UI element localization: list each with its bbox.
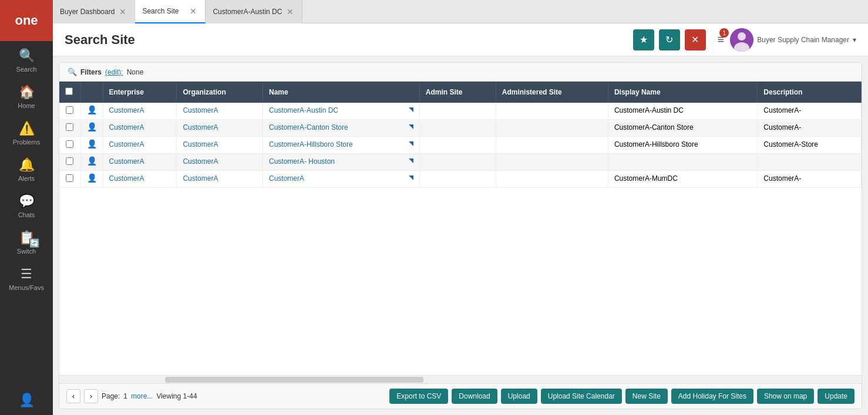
footer-buttons: Export to CSV Download Upload Upload Sit…	[389, 389, 854, 404]
corner-indicator	[409, 141, 413, 146]
filters-label: Filters	[80, 68, 102, 76]
cell-display-name: CustomerA-Canton Store	[608, 120, 757, 137]
organization-link[interactable]: CustomerA	[183, 123, 218, 131]
person-icon: 👤	[87, 105, 97, 114]
sidebar-item-search[interactable]: 🔍 Search	[0, 41, 53, 77]
upload-site-calendar-button[interactable]: Upload Site Calendar	[541, 389, 622, 404]
star-button[interactable]: ★	[633, 29, 654, 50]
cell-name: CustomerA- Houston	[263, 154, 419, 171]
filter-value: None	[127, 68, 144, 76]
row-checkbox[interactable]	[66, 157, 73, 165]
sidebar-item-home[interactable]: 🏠 Home	[0, 77, 53, 114]
close-customer-austin-tab[interactable]: ✕	[285, 7, 295, 16]
col-display-name: Display Name	[608, 82, 757, 103]
user-dropdown-chevron[interactable]: ▾	[853, 36, 856, 44]
col-admin-site: Admin Site	[419, 82, 496, 103]
upload-button[interactable]: Upload	[501, 389, 537, 404]
cell-enterprise: CustomerA	[103, 120, 177, 137]
export-csv-button[interactable]: Export to CSV	[389, 389, 448, 404]
cell-organization: CustomerA	[177, 137, 263, 154]
app-logo: one	[0, 0, 53, 41]
update-button[interactable]: Update	[817, 389, 854, 404]
cell-administered-site	[496, 103, 608, 120]
cell-display-name: CustomerA-MumDC	[608, 171, 757, 188]
select-all-checkbox[interactable]	[65, 87, 73, 95]
tab-customer-austin[interactable]: CustomerA-Austin DC ✕	[206, 0, 302, 23]
cell-administered-site	[496, 137, 608, 154]
new-site-button[interactable]: New Site	[625, 389, 668, 404]
name-link[interactable]: CustomerA- Houston	[269, 157, 335, 166]
content-area: 🔍 Filters (edit): None Enterprise Organi…	[59, 62, 862, 409]
organization-link[interactable]: CustomerA	[183, 140, 218, 149]
svg-point-1	[738, 32, 746, 41]
cell-administered-site	[496, 171, 608, 188]
header-right: ≡ 1 Buyer Supply Chain Manager ▾	[718, 28, 856, 52]
filter-edit-link[interactable]: (edit):	[105, 68, 123, 76]
show-on-map-button[interactable]: Show on map	[757, 389, 814, 404]
row-checkbox-cell	[59, 120, 80, 137]
more-pages-link[interactable]: more...	[131, 392, 153, 400]
row-checkbox[interactable]	[66, 106, 73, 114]
enterprise-link[interactable]: CustomerA	[109, 174, 144, 183]
sidebar-item-switch[interactable]: 📋 🔄 Switch	[0, 223, 53, 259]
organization-link[interactable]: CustomerA	[183, 106, 218, 114]
organization-link[interactable]: CustomerA	[183, 157, 218, 166]
page-number: 1	[123, 392, 127, 400]
avatar	[730, 28, 753, 52]
close-buyer-dashboard-tab[interactable]: ✕	[118, 7, 127, 16]
sidebar-item-user[interactable]: 👤	[0, 386, 53, 415]
main-area: Buyer Dashboard ✕ Search Site ✕ Customer…	[53, 0, 868, 415]
horizontal-scroll-bar[interactable]	[59, 375, 862, 383]
row-checkbox-cell	[59, 154, 80, 171]
row-checkbox[interactable]	[66, 174, 73, 182]
enterprise-link[interactable]: CustomerA	[109, 140, 144, 149]
pagination: ‹ › Page: 1 more... Viewing 1-44	[66, 389, 197, 403]
name-link[interactable]: CustomerA	[269, 174, 304, 183]
sidebar-item-alerts[interactable]: 🔔 Alerts	[0, 150, 53, 187]
row-checkbox[interactable]	[66, 140, 73, 148]
sidebar-item-menus[interactable]: ☰ Menus/Favs	[0, 259, 53, 296]
next-page-button[interactable]: ›	[84, 389, 98, 403]
cell-administered-site	[496, 154, 608, 171]
search-icon: 🔍	[19, 48, 35, 63]
cell-name: CustomerA-Austin DC	[263, 103, 419, 120]
user-role-label: Buyer Supply Chain Manager	[757, 36, 849, 44]
row-checkbox-cell	[59, 103, 80, 120]
home-icon: 🏠	[19, 85, 35, 100]
col-checkbox	[59, 82, 80, 103]
cell-admin-site	[419, 103, 496, 120]
cell-enterprise: CustomerA	[103, 154, 177, 171]
col-name: Name	[263, 82, 419, 103]
close-button[interactable]: ✕	[685, 29, 706, 50]
chat-icon: 💬	[19, 194, 35, 209]
sidebar: one 🔍 Search 🏠 Home ⚠️ Problems 🔔 Alerts…	[0, 0, 53, 415]
row-checkbox[interactable]	[66, 123, 73, 131]
add-holiday-button[interactable]: Add Holiday For Sites	[671, 389, 753, 404]
sidebar-item-chats[interactable]: 💬 Chats	[0, 187, 53, 223]
organization-link[interactable]: CustomerA	[183, 174, 218, 183]
menu-trigger[interactable]: ≡ 1	[718, 33, 725, 46]
table-container: Enterprise Organization Name Admin Site …	[59, 82, 862, 375]
cell-admin-site	[419, 120, 496, 137]
sidebar-item-problems[interactable]: ⚠️ Problems	[0, 114, 53, 150]
cell-description: CustomerA-	[758, 103, 862, 120]
close-search-site-tab[interactable]: ✕	[189, 6, 198, 16]
tab-buyer-dashboard[interactable]: Buyer Dashboard ✕	[53, 0, 135, 23]
name-link[interactable]: CustomerA-Canton Store	[269, 123, 348, 131]
enterprise-link[interactable]: CustomerA	[109, 157, 144, 166]
refresh-button[interactable]: ↻	[659, 29, 680, 50]
name-link[interactable]: CustomerA-Hillsboro Store	[269, 140, 353, 149]
enterprise-link[interactable]: CustomerA	[109, 123, 144, 131]
prev-page-button[interactable]: ‹	[66, 389, 80, 403]
table-row: 👤 CustomerA CustomerA CustomerA-Hillsbor…	[59, 137, 862, 154]
table-row: 👤 CustomerA CustomerA CustomerA-Canton S…	[59, 120, 862, 137]
name-link[interactable]: CustomerA-Austin DC	[269, 106, 338, 114]
row-icon-cell: 👤	[80, 103, 103, 120]
cell-admin-site	[419, 137, 496, 154]
tab-search-site[interactable]: Search Site ✕	[135, 0, 206, 23]
user-info[interactable]: Buyer Supply Chain Manager ▾	[730, 28, 856, 52]
enterprise-link[interactable]: CustomerA	[109, 106, 144, 114]
download-button[interactable]: Download	[452, 389, 497, 404]
bell-icon: 🔔	[19, 157, 35, 173]
page-header: Search Site ★ ↻ ✕ ≡ 1 Buyer Supply Chain…	[53, 23, 868, 56]
